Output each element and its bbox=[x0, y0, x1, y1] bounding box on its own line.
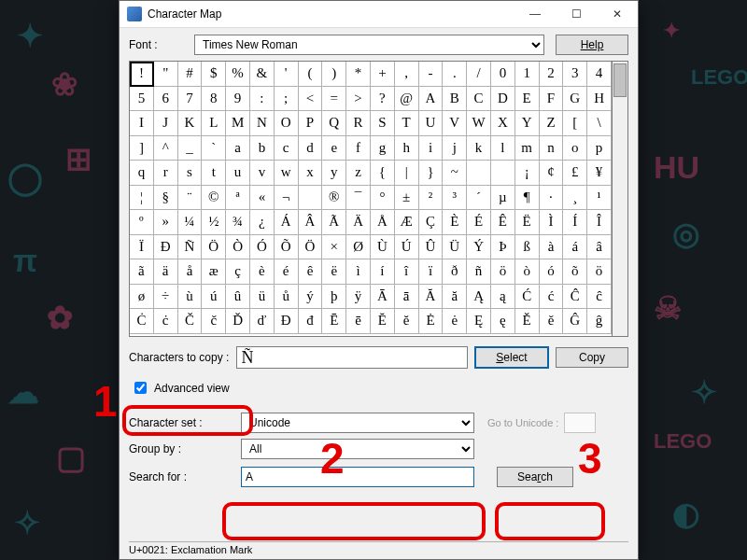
char-cell[interactable]: x bbox=[299, 161, 323, 186]
char-cell[interactable]: î bbox=[395, 259, 419, 285]
char-cell[interactable]: ð bbox=[443, 259, 467, 285]
char-cell[interactable]: z bbox=[346, 161, 371, 186]
char-cell[interactable]: ¥ bbox=[587, 161, 612, 186]
char-cell[interactable]: Ę bbox=[467, 309, 491, 334]
char-cell[interactable]: Ä bbox=[346, 210, 371, 235]
char-cell[interactable]: đ bbox=[299, 309, 323, 334]
char-cell[interactable]: p bbox=[587, 136, 612, 161]
char-cell[interactable]: U bbox=[419, 111, 444, 136]
char-cell[interactable]: Ú bbox=[395, 235, 419, 260]
char-cell[interactable]: $ bbox=[202, 62, 226, 87]
char-cell[interactable]: n bbox=[540, 136, 564, 161]
char-cell[interactable]: f bbox=[346, 136, 371, 161]
char-cell[interactable]: á bbox=[563, 235, 587, 260]
char-cell[interactable]: É bbox=[467, 210, 491, 235]
char-cell[interactable]: J bbox=[154, 111, 178, 136]
char-cell[interactable]: Ĉ bbox=[563, 285, 587, 310]
char-cell[interactable]: { bbox=[371, 161, 395, 186]
char-cell[interactable]: = bbox=[322, 87, 346, 112]
char-cell[interactable]: Â bbox=[299, 210, 323, 235]
char-cell[interactable]: D bbox=[491, 87, 515, 112]
char-cell[interactable]: d bbox=[299, 136, 323, 161]
char-cell[interactable]: \ bbox=[587, 111, 612, 136]
char-cell[interactable]: à bbox=[540, 235, 564, 260]
char-cell[interactable]: ¹ bbox=[587, 186, 612, 211]
char-cell[interactable]: ­ bbox=[299, 186, 323, 211]
char-cell[interactable]: È bbox=[443, 210, 467, 235]
char-cell[interactable]: L bbox=[202, 111, 226, 136]
charset-select[interactable]: Unicode bbox=[241, 413, 474, 433]
char-cell[interactable]: w bbox=[275, 161, 299, 186]
char-cell[interactable]: ` bbox=[202, 136, 226, 161]
char-cell[interactable]: ÷ bbox=[154, 285, 178, 310]
char-cell[interactable]: ò bbox=[515, 259, 540, 285]
char-cell[interactable]: ê bbox=[299, 259, 323, 285]
char-cell[interactable]: ĕ bbox=[395, 309, 419, 334]
char-cell[interactable]: M bbox=[226, 111, 250, 136]
char-cell[interactable]: ÿ bbox=[346, 285, 371, 310]
char-cell[interactable]: Ö bbox=[299, 235, 323, 260]
char-cell[interactable]: ú bbox=[202, 285, 226, 310]
char-cell[interactable]: Ć bbox=[515, 285, 540, 310]
char-cell[interactable]: + bbox=[371, 62, 395, 87]
char-cell[interactable]: ñ bbox=[467, 259, 491, 285]
char-cell[interactable]: ā bbox=[395, 285, 419, 310]
char-cell[interactable]: ċ bbox=[154, 309, 178, 334]
char-cell[interactable]: v bbox=[250, 161, 275, 186]
char-cell[interactable]: Ď bbox=[226, 309, 250, 334]
char-cell[interactable]: ä bbox=[154, 259, 178, 285]
char-cell[interactable]: . bbox=[443, 62, 467, 87]
char-cell[interactable]: Ý bbox=[467, 235, 491, 260]
char-cell[interactable] bbox=[467, 161, 491, 186]
char-cell[interactable]: Å bbox=[371, 210, 395, 235]
char-cell[interactable]: Ë bbox=[515, 210, 540, 235]
char-cell[interactable]: m bbox=[515, 136, 540, 161]
char-cell[interactable]: O bbox=[275, 111, 299, 136]
char-cell[interactable]: | bbox=[395, 161, 419, 186]
char-cell[interactable]: ù bbox=[178, 285, 203, 310]
char-cell[interactable]: Y bbox=[515, 111, 540, 136]
char-cell[interactable]: č bbox=[202, 309, 226, 334]
char-cell[interactable]: ½ bbox=[202, 210, 226, 235]
char-cell[interactable]: % bbox=[226, 62, 250, 87]
char-cell[interactable]: S bbox=[371, 111, 395, 136]
char-cell[interactable]: i bbox=[419, 136, 444, 161]
char-cell[interactable]: Ê bbox=[491, 210, 515, 235]
char-cell[interactable]: · bbox=[540, 186, 564, 211]
char-cell[interactable]: ý bbox=[299, 285, 323, 310]
char-cell[interactable]: 7 bbox=[178, 87, 203, 112]
char-cell[interactable]: Ñ bbox=[178, 235, 203, 260]
char-cell[interactable]: Õ bbox=[275, 235, 299, 260]
font-select[interactable]: Times New Roman bbox=[194, 35, 544, 55]
char-cell[interactable]: H bbox=[587, 87, 612, 112]
chars-to-copy-input[interactable] bbox=[236, 346, 468, 369]
char-cell[interactable]: © bbox=[202, 186, 226, 211]
char-cell[interactable]: ć bbox=[540, 285, 564, 310]
go-to-unicode-input[interactable] bbox=[564, 413, 596, 433]
char-cell[interactable]: h bbox=[395, 136, 419, 161]
char-cell[interactable]: Ã bbox=[322, 210, 346, 235]
char-cell[interactable]: - bbox=[419, 62, 444, 87]
char-cell[interactable]: Ē bbox=[322, 309, 346, 334]
char-cell[interactable]: « bbox=[250, 186, 275, 211]
char-cell[interactable]: ) bbox=[322, 62, 346, 87]
char-cell[interactable]: V bbox=[443, 111, 467, 136]
char-cell[interactable]: ã bbox=[130, 259, 154, 285]
minimize-button[interactable]: — bbox=[514, 1, 556, 27]
char-cell[interactable]: ă bbox=[443, 285, 467, 310]
char-cell[interactable]: ¡ bbox=[515, 161, 540, 186]
char-cell[interactable]: ç bbox=[226, 259, 250, 285]
char-cell[interactable]: ü bbox=[250, 285, 275, 310]
char-cell[interactable]: Ĕ bbox=[371, 309, 395, 334]
char-cell[interactable]: ¯ bbox=[346, 186, 371, 211]
char-cell[interactable]: T bbox=[395, 111, 419, 136]
char-cell[interactable]: , bbox=[395, 62, 419, 87]
char-cell[interactable]: â bbox=[587, 235, 612, 260]
char-cell[interactable]: µ bbox=[491, 186, 515, 211]
char-cell[interactable]: r bbox=[154, 161, 178, 186]
char-cell[interactable]: Ì bbox=[540, 210, 564, 235]
char-cell[interactable]: b bbox=[250, 136, 275, 161]
char-cell[interactable]: G bbox=[563, 87, 587, 112]
help-button[interactable]: Help bbox=[556, 35, 628, 55]
char-cell[interactable]: c bbox=[275, 136, 299, 161]
